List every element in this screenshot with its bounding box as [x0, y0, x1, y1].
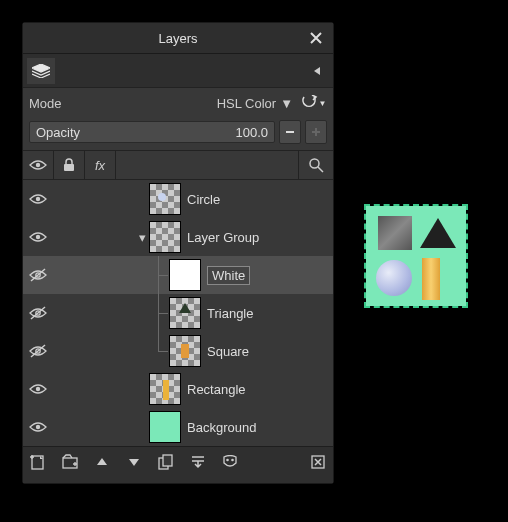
titlebar[interactable]: Layers	[23, 23, 333, 54]
tab-bar	[23, 54, 333, 88]
layer-name[interactable]: Background	[187, 420, 256, 435]
layer-name[interactable]: White	[207, 266, 250, 285]
close-button[interactable]	[305, 27, 327, 49]
duplicate-icon	[158, 454, 174, 470]
preview-circle	[376, 260, 412, 296]
layer-thumbnail[interactable]	[169, 335, 201, 367]
svg-point-9	[36, 425, 40, 429]
opacity-label: Opacity	[36, 125, 235, 140]
visibility-column-header[interactable]	[23, 151, 54, 179]
layer-row[interactable]: ▾Layer Group	[23, 218, 333, 256]
svg-point-0	[36, 163, 40, 167]
lock-icon	[63, 158, 75, 172]
layer-thumbnail[interactable]	[149, 373, 181, 405]
layer-name[interactable]: Triangle	[207, 306, 253, 321]
chevron-down-icon: ▼	[280, 96, 293, 111]
eye-off-icon	[29, 268, 47, 282]
resize-handle[interactable]	[23, 477, 333, 483]
visibility-toggle[interactable]	[23, 421, 53, 433]
layer-row[interactable]: White	[23, 256, 333, 294]
search-icon	[308, 157, 324, 173]
mode-row: Mode HSL Color ▼ ▼	[23, 88, 333, 118]
visibility-toggle[interactable]	[23, 268, 53, 282]
eye-icon	[29, 231, 47, 243]
merge-down-button[interactable]	[189, 453, 207, 471]
svg-point-14	[226, 459, 229, 462]
panel-menu-button[interactable]	[309, 63, 325, 79]
fx-column-header[interactable]: fx	[85, 151, 116, 179]
tree-line	[149, 256, 169, 294]
eye-icon	[29, 193, 47, 205]
opacity-decrease-button[interactable]	[279, 120, 301, 144]
eye-off-icon	[29, 344, 47, 358]
eye-icon	[29, 383, 47, 395]
layer-thumbnail[interactable]	[149, 183, 181, 215]
layer-name[interactable]: Circle	[187, 192, 220, 207]
layer-row[interactable]: Background	[23, 408, 333, 446]
tree-line	[149, 294, 169, 332]
tab-layers[interactable]	[27, 58, 55, 84]
minus-icon	[285, 127, 295, 137]
layer-name[interactable]: Layer Group	[187, 230, 259, 245]
layer-name[interactable]: Rectangle	[187, 382, 246, 397]
eye-icon	[29, 421, 47, 433]
visibility-toggle[interactable]	[23, 193, 53, 205]
layer-thumbnail[interactable]	[169, 259, 201, 291]
lower-layer-button[interactable]	[125, 453, 143, 471]
canvas-preview	[366, 206, 466, 306]
mask-icon	[222, 455, 238, 469]
panel-title: Layers	[23, 31, 333, 46]
preview-texture-square	[378, 216, 412, 250]
svg-point-8	[36, 387, 40, 391]
layers-icon	[32, 64, 50, 78]
layer-thumbnail[interactable]	[149, 221, 181, 253]
layer-name[interactable]: Square	[207, 344, 249, 359]
preview-triangle	[420, 218, 456, 248]
delete-layer-button[interactable]	[309, 453, 327, 471]
visibility-toggle[interactable]	[23, 383, 53, 395]
mode-label: Mode	[29, 96, 62, 111]
tree-line	[149, 332, 169, 370]
layer-column-header: fx	[23, 150, 333, 180]
opacity-value: 100.0	[235, 125, 268, 140]
chevron-down-icon: ▼	[319, 99, 327, 108]
mode-dropdown[interactable]: HSL Color ▼	[217, 96, 293, 111]
layer-row[interactable]: Circle	[23, 180, 333, 218]
plus-icon	[311, 127, 321, 137]
layers-panel: Layers Mode HSL Color ▼ ▼ Opacity 100.0	[22, 22, 334, 484]
layer-row[interactable]: Triangle	[23, 294, 333, 332]
new-layer-button[interactable]	[29, 453, 47, 471]
opacity-row: Opacity 100.0	[23, 118, 333, 150]
opacity-increase-button[interactable]	[305, 120, 327, 144]
layer-row[interactable]: Square	[23, 332, 333, 370]
merge-icon	[191, 455, 205, 469]
layer-search-button[interactable]	[298, 151, 333, 179]
layer-list: Circle▾Layer GroupWhiteTriangleSquareRec…	[23, 180, 333, 446]
svg-rect-13	[163, 455, 172, 466]
raise-icon	[96, 456, 108, 468]
svg-point-4	[36, 235, 40, 239]
preview-rectangle	[422, 258, 440, 300]
mode-value: HSL Color	[217, 96, 276, 111]
expand-toggle[interactable]: ▾	[135, 230, 149, 245]
layer-thumbnail[interactable]	[169, 297, 201, 329]
svg-point-3	[36, 197, 40, 201]
lock-column-header[interactable]	[54, 151, 85, 179]
mode-swap-button[interactable]: ▼	[299, 92, 327, 114]
new-group-button[interactable]	[61, 453, 79, 471]
opacity-slider[interactable]: Opacity 100.0	[29, 121, 275, 143]
duplicate-layer-button[interactable]	[157, 453, 175, 471]
add-mask-button[interactable]	[221, 453, 239, 471]
visibility-toggle[interactable]	[23, 306, 53, 320]
raise-layer-button[interactable]	[93, 453, 111, 471]
visibility-toggle[interactable]	[23, 344, 53, 358]
new-group-icon	[62, 454, 78, 470]
layer-row[interactable]: Rectangle	[23, 370, 333, 408]
new-layer-icon	[30, 454, 46, 470]
layer-thumbnail[interactable]	[149, 411, 181, 443]
visibility-toggle[interactable]	[23, 231, 53, 243]
swap-icon	[300, 95, 318, 111]
svg-rect-1	[64, 164, 74, 171]
eye-icon	[29, 159, 47, 171]
svg-point-15	[231, 459, 234, 462]
